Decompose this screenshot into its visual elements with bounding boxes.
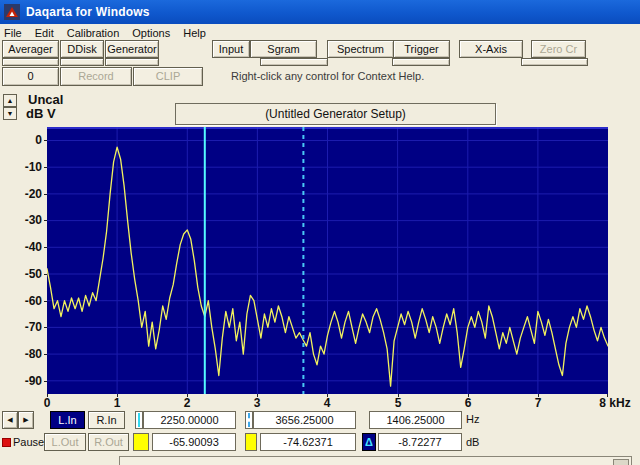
toolbar-slot bbox=[105, 58, 159, 66]
y-tick bbox=[44, 247, 47, 248]
menu-item-calibration[interactable]: Calibration bbox=[63, 27, 129, 39]
toolbar-slot bbox=[521, 58, 588, 66]
spectrum-plot[interactable] bbox=[47, 127, 608, 394]
x-tick bbox=[257, 394, 258, 397]
x-tick-label: 2 bbox=[172, 396, 202, 410]
cursor2-level-readout[interactable]: -74.62371 bbox=[260, 433, 356, 451]
left-out-button[interactable]: L.Out bbox=[44, 433, 86, 451]
hz-unit-label: Hz bbox=[466, 413, 479, 425]
title-bar[interactable]: Daqarta for Windows bbox=[0, 0, 640, 24]
menu-item-options[interactable]: Options bbox=[128, 27, 179, 39]
toolbar-button-x-axis[interactable]: X-Axis bbox=[459, 40, 523, 58]
daqarta-logo-icon bbox=[4, 4, 20, 20]
scroll-right-button[interactable]: ▶ bbox=[18, 411, 34, 429]
toolbar-button-input[interactable]: Input bbox=[212, 40, 250, 58]
uncal-label: Uncal bbox=[28, 92, 63, 107]
db-unit-label: dB bbox=[466, 436, 479, 448]
cursor1-style-indicator bbox=[135, 411, 143, 429]
y-tick bbox=[44, 354, 47, 355]
y-tick bbox=[44, 301, 47, 302]
cursor1-solo-button[interactable] bbox=[133, 433, 149, 451]
x-tick bbox=[538, 394, 539, 397]
x-tick-label: 0 bbox=[32, 396, 62, 410]
y-tick-label: -20 bbox=[8, 187, 42, 201]
y-tick-label: -60 bbox=[8, 294, 42, 308]
delta-level-readout[interactable]: -8.72277 bbox=[378, 433, 462, 451]
toolbar-button-trigger[interactable]: Trigger bbox=[393, 40, 450, 58]
y-tick bbox=[44, 167, 47, 168]
toolbar-button-ddisk[interactable]: DDisk bbox=[60, 40, 104, 58]
x-tick-label: 8 kHz bbox=[592, 396, 638, 410]
toolbar-button-generator[interactable]: Generator bbox=[105, 40, 159, 58]
y-tick-label: -80 bbox=[8, 347, 42, 361]
pause-label: Pause bbox=[13, 436, 44, 448]
y-tick-label: -50 bbox=[8, 267, 42, 281]
bottom-trackbar[interactable] bbox=[119, 456, 632, 465]
y-tick bbox=[44, 220, 47, 221]
toolbar-slot bbox=[260, 58, 328, 66]
x-tick bbox=[327, 394, 328, 397]
menu-item-edit[interactable]: Edit bbox=[31, 27, 63, 39]
pause-button[interactable]: Pause bbox=[2, 433, 44, 451]
menu-bar: File Edit Calibration Options Help bbox=[0, 25, 640, 40]
clip-indicator[interactable]: CLIP bbox=[133, 67, 203, 86]
toolbar-slot bbox=[392, 58, 450, 66]
x-tick-label: 3 bbox=[242, 396, 272, 410]
generator-setup-banner: (Untitled Generator Setup) bbox=[175, 103, 496, 125]
averager-count-box[interactable]: 0 bbox=[2, 67, 59, 86]
menu-item-file[interactable]: File bbox=[0, 27, 31, 39]
spin-down-button[interactable]: ▼ bbox=[3, 107, 17, 120]
x-tick-label: 6 bbox=[453, 396, 483, 410]
y-tick bbox=[44, 194, 47, 195]
y-tick bbox=[44, 327, 47, 328]
cursor2-frequency-readout[interactable]: 3656.25000 bbox=[253, 411, 356, 429]
toolbar-button-averager[interactable]: Averager bbox=[2, 40, 59, 58]
record-button[interactable]: Record bbox=[60, 67, 132, 86]
toolbar-slot bbox=[60, 58, 104, 66]
toolbar-button-sgram[interactable]: Sgram bbox=[250, 40, 317, 58]
x-tick bbox=[187, 394, 188, 397]
x-tick bbox=[398, 394, 399, 397]
toolbar-button-spectrum[interactable]: Spectrum bbox=[327, 40, 394, 58]
cursor1-level-readout[interactable]: -65.90093 bbox=[152, 433, 236, 451]
y-tick-label: 0 bbox=[8, 133, 42, 147]
x-tick-label: 1 bbox=[102, 396, 132, 410]
x-tick-label: 7 bbox=[523, 396, 553, 410]
x-tick-label: 4 bbox=[312, 396, 342, 410]
y-tick-label: -40 bbox=[8, 240, 42, 254]
trackbar-thumb[interactable] bbox=[613, 459, 629, 465]
y-tick-label: -10 bbox=[8, 160, 42, 174]
y-unit-label: dB V bbox=[26, 106, 56, 121]
cursor2-style-indicator bbox=[245, 411, 253, 429]
window-title: Daqarta for Windows bbox=[26, 5, 150, 19]
left-in-button[interactable]: L.In bbox=[50, 411, 85, 429]
spectrum-plot-svg[interactable] bbox=[47, 127, 608, 394]
delta-mode-button[interactable]: Δ bbox=[362, 433, 376, 451]
cursor1-frequency-readout[interactable]: 2250.00000 bbox=[143, 411, 236, 429]
toolbar-slot bbox=[2, 58, 59, 66]
x-tick bbox=[47, 394, 48, 397]
toolbar-button-zero-cr[interactable]: Zero Cr bbox=[531, 40, 586, 58]
x-tick bbox=[117, 394, 118, 397]
delta-frequency-readout[interactable]: 1406.25000 bbox=[369, 411, 462, 429]
x-tick bbox=[607, 394, 608, 397]
y-tick bbox=[44, 274, 47, 275]
y-tick-label: -30 bbox=[8, 213, 42, 227]
y-tick-label: -90 bbox=[8, 374, 42, 388]
right-in-button[interactable]: R.In bbox=[88, 411, 125, 429]
y-tick bbox=[44, 140, 47, 141]
y-tick bbox=[44, 381, 47, 382]
right-out-button[interactable]: R.Out bbox=[88, 433, 129, 451]
scroll-left-button[interactable]: ◀ bbox=[2, 411, 18, 429]
pause-indicator-icon bbox=[2, 438, 11, 447]
menu-item-help[interactable]: Help bbox=[179, 27, 215, 39]
y-axis-spinner: ▲ ▼ bbox=[3, 94, 17, 120]
y-tick-label: -70 bbox=[8, 320, 42, 334]
spin-up-button[interactable]: ▲ bbox=[3, 94, 17, 107]
cursor2-solo-button[interactable] bbox=[245, 433, 257, 451]
x-tick bbox=[468, 394, 469, 397]
x-tick-label: 5 bbox=[383, 396, 413, 410]
context-help-text: Right-click any control for Context Help… bbox=[231, 70, 424, 82]
daqarta-window: Daqarta for Windows File Edit Calibratio… bbox=[0, 0, 640, 465]
